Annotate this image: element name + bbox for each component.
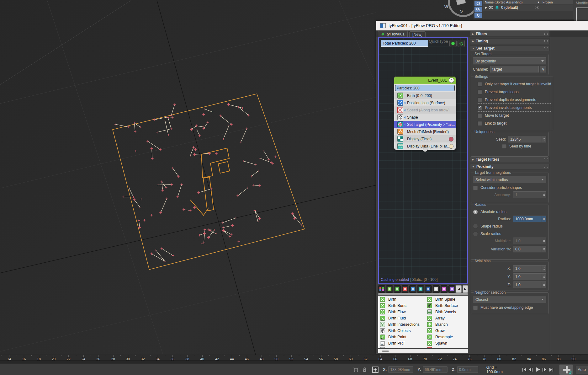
checkbox-only-set-target-if-current-target-is-invalid[interactable]: Only set target if current target is inv…	[477, 80, 551, 88]
rollout-grip-icon[interactable]	[544, 158, 548, 161]
seed-by-time-checkbox[interactable]: Seed by time	[502, 143, 546, 150]
event-output-connector[interactable]	[423, 147, 427, 152]
axial-z-input[interactable]: 1.0	[513, 281, 546, 288]
auto-key-button[interactable]: Auto	[575, 365, 588, 374]
next-frame-icon[interactable]	[542, 367, 547, 372]
depot-item-birth-intersections[interactable]: Birth Intersections	[380, 321, 420, 328]
depot-item-birth-objects[interactable]: Birth Objects	[380, 328, 420, 334]
operator-row-position-icon-surface[interactable]: Position Icon (Surface)	[394, 99, 456, 106]
layer-name[interactable]: 0 (default)	[501, 5, 518, 10]
depot-item-birth-flow[interactable]: Birth Flow	[380, 309, 420, 315]
channel-input[interactable]: target	[490, 66, 539, 73]
operator-row-set-target-proximity-tar[interactable]: Set Target (Proximity > "tar...	[394, 121, 456, 128]
operator-row-birth-0-0-200[interactable]: Birth (0-0: 200)	[394, 92, 456, 99]
rollout-grip-icon[interactable]	[544, 33, 548, 35]
depot-item-branch[interactable]: Branch	[427, 321, 458, 328]
depot-category-operators-icon[interactable]	[394, 285, 401, 293]
rollout-proximity[interactable]: ▼Proximity	[470, 164, 550, 169]
depot-category-purple-icon[interactable]	[448, 285, 455, 293]
overlapping-edge-checkbox[interactable]: Must have an overlapping edge	[473, 304, 546, 311]
radius-input[interactable]: 1000.0mm	[513, 216, 546, 222]
spinner-arrows-icon[interactable]	[542, 265, 546, 272]
rollout-filters[interactable]: ▶Filters	[470, 31, 550, 37]
axial-y-input[interactable]: 1.0	[513, 273, 546, 280]
display-lights-icon[interactable]	[474, 13, 482, 18]
checkbox-link-to-target[interactable]: Link to target	[477, 119, 551, 127]
operator-display-color-swatch[interactable]	[449, 144, 453, 149]
node-editor-canvas[interactable]: Press TAB for QuickType Total Particles:…	[378, 37, 468, 284]
display-shapes-icon[interactable]	[474, 7, 482, 12]
rollout-grip-icon[interactable]	[544, 165, 548, 168]
viewcube-top-face[interactable]	[456, 0, 466, 5]
depot-item-birth-prt[interactable]: PRTBirth PRT	[380, 340, 420, 346]
rollout-timing[interactable]: ▶Timing	[470, 38, 550, 44]
depot-scrollbar-thumb[interactable]	[382, 351, 389, 352]
spinner-arrows-icon[interactable]	[542, 136, 546, 142]
rollout-target-filters[interactable]: ▶Target Filters	[470, 157, 550, 162]
depot-category-all-icon[interactable]	[378, 285, 385, 293]
depot-scroll-right-icon[interactable]: ▶	[463, 285, 468, 293]
selection-lock-icon[interactable]	[362, 367, 367, 372]
scene-explorer-header[interactable]: Name (Sorted Ascending)▲ Frozen	[483, 0, 573, 4]
event-node[interactable]: Event_001 Particles: 200 Birth (0-0: 200…	[394, 76, 456, 150]
depot-item-spawn[interactable]: Spawn	[427, 340, 458, 346]
display-none-icon[interactable]	[474, 1, 482, 6]
depot-category-test-icon[interactable]	[402, 285, 409, 293]
depot-item-birth-spline[interactable]: Birth Spline	[427, 296, 458, 303]
rollout-grip-icon[interactable]	[544, 40, 548, 43]
depot-scroll-left-icon[interactable]: ◀	[456, 285, 461, 293]
event-node-header[interactable]: Event_001	[394, 77, 456, 84]
depot-category-teal-icon[interactable]	[417, 285, 424, 293]
depot-item-birth-voxels[interactable]: Birth Voxels	[427, 309, 458, 315]
checkbox-move-to-target[interactable]: Move to target	[477, 111, 551, 119]
visibility-eye-icon[interactable]	[489, 6, 493, 9]
go-to-end-icon[interactable]	[549, 367, 554, 372]
checkbox-prevent-duplicate-assignments[interactable]: Prevent duplicate assignments	[477, 96, 551, 104]
absolute-mode-transform-icon[interactable]	[372, 367, 379, 373]
shape-radius-radio[interactable]: Shape radius	[473, 222, 546, 230]
depot-category-magenta-icon[interactable]	[441, 285, 448, 293]
go-to-start-icon[interactable]	[522, 367, 527, 372]
operator-row-shape[interactable]: Shape	[394, 114, 456, 121]
depot-category-birth-icon[interactable]	[386, 285, 393, 293]
refresh-icon[interactable]	[458, 40, 465, 47]
previous-frame-icon[interactable]	[528, 367, 533, 372]
play-button-icon[interactable]	[535, 367, 540, 372]
frozen-column-header[interactable]: Frozen	[541, 0, 572, 4]
spinner-arrows-icon[interactable]	[542, 282, 546, 288]
layer-row-default[interactable]: ▶ 0 (default)	[483, 4, 573, 11]
tyflow-window-titlebar[interactable]: tyFlow001 : [tyFlow PRO v1.110 Editor]	[376, 21, 588, 31]
operator-row-mesh-trimesh-render[interactable]: Mesh (TriMesh [Render])	[394, 128, 456, 135]
axial-x-input[interactable]: 1.0	[513, 265, 546, 272]
depot-horizontal-scrollbar[interactable]	[378, 349, 468, 353]
seed-input[interactable]: 12345	[508, 136, 546, 143]
depot-item-resample[interactable]: Resample	[427, 334, 458, 340]
spinner-arrows-icon[interactable]	[542, 274, 546, 280]
operator-row-display-ticks[interactable]: Display (Ticks)	[394, 135, 456, 142]
tab-new-flow[interactable]: [New]	[409, 31, 426, 37]
depot-item-grow[interactable]: Grow	[427, 328, 458, 334]
depot-category-gray-icon[interactable]	[433, 285, 440, 293]
tab-tyflow001[interactable]: tyFlow001	[378, 31, 408, 37]
isolate-selection-icon[interactable]	[353, 367, 359, 372]
absolute-radius-radio[interactable]: Absolute radius	[473, 208, 546, 216]
operator-row-speed-along-icon-arrow[interactable]: Speed (Along icon arrow)	[394, 106, 456, 114]
add-time-tag-button[interactable]	[559, 364, 573, 375]
simulation-live-icon[interactable]	[449, 40, 457, 47]
depot-item-birth-surface[interactable]: Birth Surface	[427, 303, 458, 309]
depot-item-birth-fluid[interactable]: Birth Fluid	[380, 315, 420, 321]
event-enable-bulb-icon[interactable]	[449, 78, 454, 83]
depot-item-delete[interactable]: Delete	[427, 346, 458, 348]
z-coordinate-field[interactable]: 0.0mm	[457, 366, 478, 373]
set-target-mode-dropdown[interactable]: By proximity	[473, 57, 546, 65]
y-coordinate-field[interactable]: 66.461mm	[423, 366, 448, 373]
variation-input[interactable]: 0.0	[513, 246, 546, 253]
spinner-arrows-icon[interactable]	[542, 246, 546, 252]
neighbor-mode-dropdown[interactable]: Closest	[473, 296, 546, 303]
depot-item-birth-paint[interactable]: Birth Paint	[380, 334, 420, 340]
depot-item-birth[interactable]: Birth	[380, 296, 420, 303]
consider-particle-shapes-checkbox[interactable]: Consider particle shapes	[473, 184, 546, 191]
modifier-stack-box[interactable]	[576, 8, 588, 21]
scale-radius-radio[interactable]: Scale radius	[473, 230, 546, 238]
frozen-snowflake-icon[interactable]	[535, 5, 539, 10]
